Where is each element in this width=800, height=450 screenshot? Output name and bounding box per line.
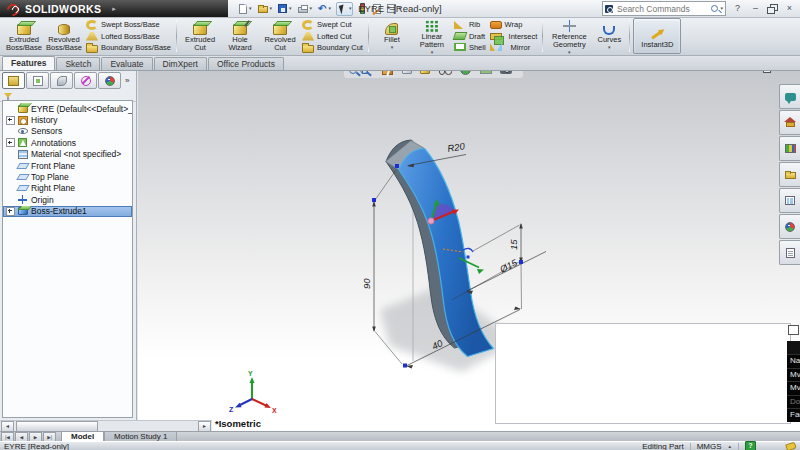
feature-tree-icon [8, 76, 19, 86]
axis-x-label: X [272, 407, 277, 414]
print-button[interactable]: ▾ [297, 3, 314, 14]
feature-tree-tab[interactable] [2, 72, 25, 89]
view-palette-tab[interactable] [779, 188, 800, 213]
instant3d-toggle[interactable]: Instant3D [633, 18, 681, 54]
mirror-button[interactable]: Mirror [490, 42, 538, 53]
revolved-cut-button[interactable]: Revolved Cut [260, 18, 300, 54]
appearances-tab[interactable] [779, 214, 800, 239]
open-button[interactable]: ▾ [257, 3, 274, 14]
boundary-cut-button[interactable]: Boundary Cut [302, 42, 363, 53]
dim-height-text: 90 [361, 278, 372, 289]
panel-tabs-overflow[interactable]: » [125, 76, 129, 85]
property-manager-tab[interactable] [26, 72, 49, 89]
plane-icon [16, 163, 29, 169]
search-caret-icon[interactable]: ▾ [720, 6, 723, 11]
context-menu-item[interactable]: Mv [787, 381, 800, 395]
undo-button[interactable]: ↶▾ [317, 3, 332, 15]
tree-item-material[interactable]: Material <not specified> [3, 149, 132, 160]
save-button[interactable]: ▾ [277, 3, 293, 14]
tab-office-products[interactable]: Office Products [208, 57, 284, 70]
curves-button[interactable]: Curves ▾ [592, 18, 626, 54]
units-caret-icon[interactable]: ▲ [728, 444, 732, 449]
filter-icon [4, 93, 12, 98]
wrap-button[interactable]: Wrap [490, 19, 538, 30]
plane-icon [16, 185, 29, 191]
context-menu-item[interactable]: Mv [787, 368, 800, 382]
configuration-manager-icon [57, 76, 67, 86]
expand-toggle[interactable] [6, 138, 15, 147]
tag-icon[interactable] [785, 441, 797, 450]
home-tab[interactable] [779, 110, 800, 135]
quick-tips-icon[interactable]: ? [745, 441, 756, 450]
boundary-boss-button[interactable]: Boundary Boss/Base [86, 42, 171, 53]
tab-dimxpert[interactable]: DimXpert [154, 57, 207, 70]
command-manager-tabs: Features Sketch Evaluate DimXpert Office… [0, 56, 800, 71]
sketch-vertex[interactable] [519, 260, 523, 264]
file-explorer-tab[interactable] [779, 162, 800, 187]
units-selector[interactable]: MMGS [697, 442, 722, 450]
tab-evaluate[interactable]: Evaluate [101, 57, 152, 70]
new-button[interactable]: ▾ [238, 3, 253, 15]
help-button[interactable]: ? [731, 3, 744, 14]
draft-button[interactable]: Draft [454, 31, 486, 42]
shell-button[interactable]: Shell [454, 42, 486, 53]
tree-item-annotations[interactable]: Annotations [3, 137, 132, 148]
search-icon[interactable] [711, 5, 718, 12]
triad-origin-handle[interactable] [428, 218, 434, 224]
status-bar-right: Editing Part MMGS ▲ ? [642, 441, 796, 450]
tree-item-sensors[interactable]: Sensors [3, 126, 132, 137]
extruded-boss-button[interactable]: Extruded Boss/Base [4, 18, 44, 54]
tab-features[interactable]: Features [2, 56, 55, 70]
swept-cut-button[interactable]: Swept Cut [302, 19, 363, 30]
minimize-button[interactable]: – [749, 3, 762, 14]
scroll-left-button[interactable]: ◄ [1, 421, 14, 432]
hole-wizard-button[interactable]: Hole Wizard [220, 18, 260, 54]
intersect-button[interactable]: Intersect [490, 31, 538, 42]
fillet-button[interactable]: Fillet ▾ [372, 18, 412, 54]
select-button[interactable]: ▾ [336, 2, 354, 16]
solidworks-resources-tab[interactable] [779, 84, 800, 109]
context-menu-item[interactable]: Fac [787, 408, 800, 422]
expand-toggle[interactable] [6, 207, 15, 216]
close-button[interactable]: × [783, 3, 796, 14]
scroll-right-button[interactable]: ► [198, 421, 211, 432]
display-manager-tab[interactable] [98, 72, 121, 89]
tree-item-right-plane[interactable]: Right Plane [3, 183, 132, 194]
custom-properties-tab[interactable] [779, 240, 800, 265]
sketch-vertex[interactable] [372, 198, 376, 202]
extruded-cut-button[interactable]: Extruded Cut [180, 18, 220, 54]
restore-button[interactable] [767, 4, 778, 14]
lofted-cut-button[interactable]: Lofted Cut [302, 31, 363, 42]
dimxpert-manager-tab[interactable] [74, 72, 97, 89]
tree-item-front-plane[interactable]: Front Plane [3, 160, 132, 171]
file-explorer-icon [785, 172, 796, 179]
solidworks-logo: SOLIDWORKS ▸ [0, 0, 228, 17]
tab-sketch[interactable]: Sketch [56, 57, 100, 70]
tree-item-part-root[interactable]: EYRE (Default<<Default>_Displ [3, 103, 132, 114]
tree-item-boss-extrude1[interactable]: Boss-Extrude1 [3, 206, 132, 217]
expand-toggle[interactable] [6, 116, 15, 125]
sketch-vertex[interactable] [403, 364, 407, 368]
horizontal-scrollbar[interactable]: ◄ ► [0, 420, 212, 431]
linear-pattern-button[interactable]: Linear Pattern ▾ [412, 18, 452, 54]
tree-item-origin[interactable]: Origin [3, 194, 132, 205]
design-library-tab[interactable] [779, 136, 800, 161]
overlay-window-icon[interactable] [788, 325, 799, 335]
task-pane-strip [779, 84, 800, 266]
boundary-boss-icon [86, 45, 98, 53]
rib-button[interactable]: Rib [454, 19, 486, 30]
revolved-boss-button[interactable]: Revolved Boss/Base [44, 18, 84, 54]
reference-geometry-button[interactable]: Reference Geometry ▾ [546, 18, 592, 54]
search-input[interactable] [615, 3, 709, 15]
sketch-vertex[interactable] [395, 164, 399, 168]
lofted-boss-button[interactable]: Lofted Boss/Base [86, 31, 171, 42]
search-box[interactable]: ▾ [602, 1, 726, 16]
tree-item-history[interactable]: History [3, 114, 132, 125]
configuration-manager-tab[interactable] [50, 72, 73, 89]
dimension-diameter[interactable]: Ø15 [466, 252, 546, 295]
scrollbar-thumb[interactable] [16, 421, 98, 432]
hole-wizard-icon [233, 24, 247, 35]
tree-item-top-plane[interactable]: Top Plane [3, 171, 132, 182]
context-menu-item[interactable]: Na [787, 354, 800, 368]
swept-boss-button[interactable]: Swept Boss/Base [86, 19, 171, 30]
